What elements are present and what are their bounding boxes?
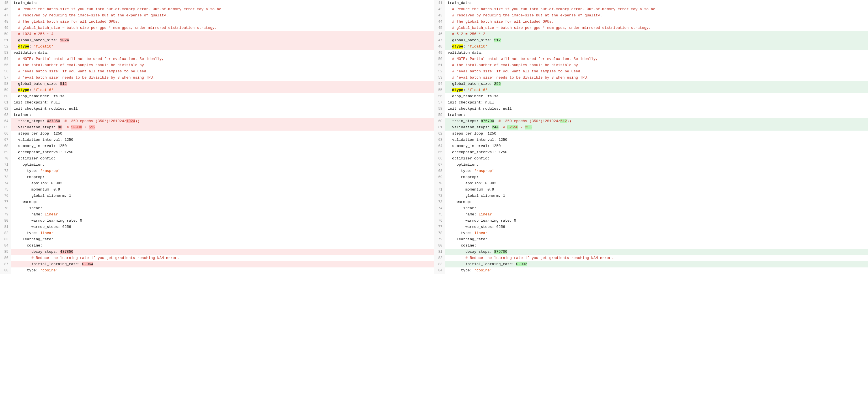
table-row: 83 learning_rate: (0, 236, 434, 242)
table-row: 75 momentum: 0.9 (0, 187, 434, 193)
line-number: 50 (434, 56, 445, 62)
line-number: 88 (0, 267, 11, 274)
table-row: 70 epsilon: 0.002 (434, 180, 868, 187)
line-code: optimizer_config: (445, 156, 868, 162)
line-number: 81 (0, 224, 11, 230)
table-row: 52 # 'eval_batch_size' if you want all t… (434, 68, 868, 75)
line-code: init_checkpoint: null (11, 100, 434, 106)
table-row: 49 # global_batch_size = batch-size-per-… (0, 25, 434, 31)
line-number: 58 (0, 81, 11, 87)
line-code: # 'eval_batch_size' if you want all the … (445, 68, 868, 75)
line-code: validation_interval: 1250 (11, 137, 434, 143)
line-code: init_checkpoint: null (445, 100, 868, 106)
line-code: trainer: (11, 112, 434, 118)
line-code: # NOTE: Partial batch will not be used f… (11, 56, 434, 62)
line-number: 47 (434, 37, 445, 43)
line-code: name: linear (11, 211, 434, 218)
table-row: 64 summary_interval: 1250 (434, 143, 868, 149)
table-row: 80 cosine: (434, 242, 868, 249)
line-code: initial_learning_rate: 0.064 (11, 261, 434, 267)
left-code-area: 45train_data:46 # Reduce the batch-size … (0, 0, 434, 402)
line-number: 80 (434, 242, 445, 249)
line-code: global_batch_size: 1024 (11, 37, 434, 43)
table-row: 74 epsilon: 0.002 (0, 180, 434, 187)
line-code: validation_data: (445, 50, 868, 56)
line-number: 61 (434, 124, 445, 131)
table-row: 41train_data: (434, 0, 868, 6)
line-code: optimizer: (445, 162, 868, 168)
table-row: 59trainer: (434, 112, 868, 118)
line-code: decay_steps: 437850 (11, 249, 434, 255)
table-row: 57 # 'eval_batch_size' needs to be divis… (0, 75, 434, 81)
table-row: 75 name: linear (434, 211, 868, 218)
line-code: validation_data: (11, 50, 434, 56)
line-number: 73 (434, 199, 445, 205)
line-code: # global_batch_size = batch-size-per-gpu… (11, 25, 434, 31)
table-row: 72 type: 'rmsprop' (0, 168, 434, 174)
table-row: 83 initial_learning_rate: 0.032 (434, 261, 868, 267)
right-pane: 41train_data:42 # Reduce the batch-size … (434, 0, 868, 402)
line-code: # The global batch size for all included… (11, 19, 434, 25)
line-number: 63 (434, 137, 445, 143)
line-number: 63 (0, 112, 11, 118)
line-number: 45 (434, 25, 445, 31)
line-number: 80 (0, 218, 11, 224)
table-row: 54 # NOTE: Partial batch will not be use… (0, 56, 434, 62)
line-code: linear: (11, 205, 434, 211)
table-row: 73 rmsprop: (0, 174, 434, 180)
line-code: cosine: (445, 242, 868, 249)
line-code: warmup_steps: 6256 (445, 224, 868, 230)
line-number: 55 (434, 87, 445, 93)
table-row: 71 momentum: 0.9 (434, 187, 868, 193)
line-number: 53 (434, 75, 445, 81)
table-row: 51 # the total-number of eval-samples sh… (434, 62, 868, 68)
line-number: 43 (434, 12, 445, 19)
line-code: init_checkpoint_modules: null (445, 106, 868, 112)
line-number: 52 (0, 43, 11, 50)
line-number: 85 (0, 249, 11, 255)
right-code-table: 41train_data:42 # Reduce the batch-size … (434, 0, 868, 274)
line-number: 70 (434, 180, 445, 187)
table-row: 82 # Reduce the learning rate if you get… (434, 255, 868, 261)
table-row: 73 warmup: (434, 199, 868, 205)
table-row: 88 type: 'cosine' (0, 267, 434, 274)
line-number: 69 (0, 149, 11, 156)
line-number: 62 (434, 131, 445, 137)
table-row: 67 validation_interval: 1250 (0, 137, 434, 143)
line-number: 71 (0, 162, 11, 168)
line-number: 55 (0, 62, 11, 68)
line-number: 74 (434, 205, 445, 211)
table-row: 58 global_batch_size: 512 (0, 81, 434, 87)
line-number: 79 (434, 236, 445, 242)
line-number: 44 (434, 19, 445, 25)
line-number: 87 (0, 261, 11, 267)
line-number: 77 (434, 224, 445, 230)
line-number: 68 (0, 143, 11, 149)
line-number: 69 (434, 174, 445, 180)
line-number: 65 (0, 124, 11, 131)
line-code: optimizer_config: (11, 156, 434, 162)
line-number: 58 (434, 106, 445, 112)
line-number: 76 (434, 218, 445, 224)
line-code: momentum: 0.9 (445, 187, 868, 193)
line-number: 50 (0, 31, 11, 37)
line-number: 59 (434, 112, 445, 118)
table-row: 68 type: 'rmsprop' (434, 168, 868, 174)
line-number: 57 (434, 100, 445, 106)
table-row: 55 # the total-number of eval-samples sh… (0, 62, 434, 68)
line-number: 57 (0, 75, 11, 81)
line-code: # The global batch size for all included… (445, 19, 868, 25)
table-row: 87 initial_learning_rate: 0.064 (0, 261, 434, 267)
table-row: 42 # Reduce the batch-size if you run in… (434, 6, 868, 12)
line-code: learning_rate: (445, 236, 868, 242)
line-code: # 'eval_batch_size' if you want all the … (11, 68, 434, 75)
line-code: trainer: (445, 112, 868, 118)
line-number: 81 (434, 249, 445, 255)
line-code: # Reduce the batch-size if you run into … (11, 6, 434, 12)
table-row: 74 linear: (434, 205, 868, 211)
table-row: 79 name: linear (0, 211, 434, 218)
table-row: 71 optimizer: (0, 162, 434, 168)
table-row: 60 train_steps: 875700 # ~350 epochs (35… (434, 118, 868, 124)
line-code: global_batch_size: 512 (11, 81, 434, 87)
line-code: # the total-number of eval-samples shoul… (445, 62, 868, 68)
